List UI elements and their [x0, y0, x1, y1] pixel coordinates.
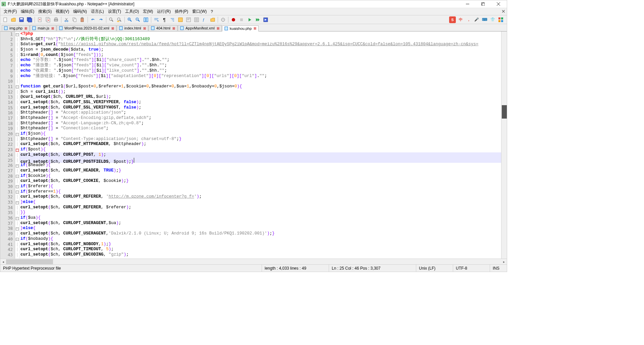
ime-skin-icon[interactable]: 👕: [489, 16, 496, 23]
menu-item[interactable]: 文件(F): [2, 8, 19, 15]
menu-item[interactable]: 编码(N): [71, 8, 89, 15]
macro-play-multi-button[interactable]: [254, 16, 261, 23]
macro-save-button[interactable]: [262, 16, 269, 23]
menu-item[interactable]: 搜索(S): [36, 8, 54, 15]
tab-close-icon[interactable]: ⊠: [51, 26, 54, 30]
show-all-chars-button[interactable]: ¶: [161, 16, 168, 23]
menu-item[interactable]: 编辑(E): [19, 8, 36, 15]
svg-rect-32: [117, 21, 119, 22]
menu-item[interactable]: ?: [209, 9, 215, 15]
status-eol[interactable]: Unix (LF): [416, 265, 453, 272]
file-tab[interactable]: 404.html⊠: [149, 25, 177, 31]
ime-menu-icon[interactable]: [497, 16, 504, 23]
file-tab[interactable]: main.js⊠: [30, 25, 56, 31]
ime-keyboard-icon[interactable]: ⌨: [481, 16, 488, 23]
replace-button[interactable]: [116, 16, 123, 23]
svg-rect-3: [482, 3, 485, 6]
doc-map-button[interactable]: [185, 16, 192, 23]
window-title: F:\大鹏源码网\2023最新快手\kuaishou.php - Notepad…: [8, 1, 460, 7]
redo-button[interactable]: [97, 16, 105, 23]
ime-mic-icon[interactable]: 🎤: [473, 16, 480, 23]
ime-sogou-icon[interactable]: S: [449, 16, 456, 23]
tab-close-icon[interactable]: ⊠: [111, 26, 114, 30]
menubar-close-icon[interactable]: ✕: [501, 9, 505, 14]
new-file-button[interactable]: [2, 16, 9, 23]
cut-button[interactable]: [63, 16, 70, 23]
file-icon: [32, 26, 36, 30]
svg-rect-10: [28, 18, 32, 22]
tab-close-icon[interactable]: ⊠: [217, 26, 219, 30]
macro-stop-button[interactable]: [238, 16, 245, 23]
scrollbar-thumb[interactable]: [502, 105, 507, 119]
tab-close-icon[interactable]: ⊠: [254, 26, 256, 30]
status-insert-mode[interactable]: INS: [490, 265, 507, 272]
save-button[interactable]: [18, 16, 25, 23]
print-button[interactable]: [52, 16, 60, 23]
close-button[interactable]: [491, 0, 506, 8]
menu-item[interactable]: 宏(M): [141, 8, 155, 15]
svg-rect-68: [119, 26, 122, 30]
svg-line-39: [138, 20, 140, 21]
svg-rect-25: [74, 19, 76, 22]
func-list-button[interactable]: ƒ: [201, 16, 208, 23]
menu-item[interactable]: 运行(R): [155, 8, 173, 15]
svg-line-36: [130, 20, 131, 21]
copy-button[interactable]: [71, 16, 78, 23]
file-tab[interactable]: index.html⊠: [117, 25, 148, 31]
fold-column[interactable]: −│││││││││−││││││││−││−││−│−│−−│−││−│−│−…: [15, 31, 20, 259]
folder-button[interactable]: [209, 16, 216, 23]
ime-indicators: S 中 ， 🎤 ⌨ 👕: [449, 16, 504, 23]
scroll-left-arrow[interactable]: ◂: [0, 259, 6, 264]
close-file-button[interactable]: [36, 16, 44, 23]
file-tab[interactable]: img.php⊠: [2, 25, 30, 31]
close-all-button[interactable]: [44, 16, 52, 23]
open-file-button[interactable]: [10, 16, 17, 23]
file-tab[interactable]: AppxManifest.xml⊠: [178, 25, 222, 31]
hscroll-thumb[interactable]: [6, 259, 53, 264]
status-encoding[interactable]: UTF-8: [453, 265, 490, 272]
doc-list-button[interactable]: [193, 16, 200, 23]
minimize-button[interactable]: [460, 0, 475, 8]
svg-rect-63: [498, 20, 500, 22]
monitor-button[interactable]: [219, 16, 227, 23]
macro-record-button[interactable]: [230, 16, 237, 23]
svg-line-23: [65, 18, 67, 20]
tab-close-icon[interactable]: ⊠: [172, 26, 175, 30]
ime-lang-button[interactable]: 中: [457, 16, 464, 23]
menubar: 文件(F)编辑(E)搜索(S)视图(V)编码(N)语言(L)设置(T)工具(O)…: [0, 8, 507, 15]
code-area[interactable]: <?php$hh=$_GET["hh"]?:"\n";//换行符号(默认\n)Q…: [20, 31, 501, 259]
horizontal-scrollbar[interactable]: ◂ ▸: [0, 259, 507, 264]
svg-rect-69: [151, 26, 154, 30]
paste-button[interactable]: [79, 16, 86, 23]
status-length: length : 4,033 lines : 49: [262, 265, 329, 272]
svg-rect-71: [225, 27, 228, 30]
file-tab[interactable]: WordPress.2023-01-02.xml⊠: [57, 25, 116, 31]
tab-close-icon[interactable]: ⊠: [24, 26, 27, 30]
find-button[interactable]: [108, 16, 115, 23]
user-lang-button[interactable]: [177, 16, 184, 23]
svg-rect-62: [501, 17, 503, 19]
menu-item[interactable]: 工具(O): [123, 8, 141, 15]
zoom-out-button[interactable]: [134, 16, 142, 23]
macro-play-button[interactable]: [246, 16, 253, 23]
status-language: PHP Hypertext Preprocessor file: [0, 265, 262, 272]
scroll-right-arrow[interactable]: ▸: [501, 259, 507, 264]
tab-close-icon[interactable]: ⊠: [143, 26, 146, 30]
sync-scroll-button[interactable]: [142, 16, 150, 23]
save-all-button[interactable]: [26, 16, 33, 23]
menu-item[interactable]: 设置(T): [106, 8, 123, 15]
wordwrap-button[interactable]: [153, 16, 160, 23]
menu-item[interactable]: 窗口(W): [190, 8, 209, 15]
svg-line-22: [66, 18, 67, 20]
zoom-in-button[interactable]: [126, 16, 133, 23]
menu-item[interactable]: 视图(V): [54, 8, 71, 15]
titlebar: F:\大鹏源码网\2023最新快手\kuaishou.php - Notepad…: [0, 0, 507, 8]
menu-item[interactable]: 语言(L): [89, 8, 106, 15]
file-tab[interactable]: kuaishou.php⊠: [222, 25, 259, 31]
indent-guide-button[interactable]: [169, 16, 176, 23]
undo-button[interactable]: [89, 16, 97, 23]
maximize-button[interactable]: [475, 0, 491, 8]
ime-punct-button[interactable]: ，: [465, 16, 472, 23]
menu-item[interactable]: 插件(P): [173, 8, 190, 15]
vertical-scrollbar[interactable]: [501, 31, 507, 259]
